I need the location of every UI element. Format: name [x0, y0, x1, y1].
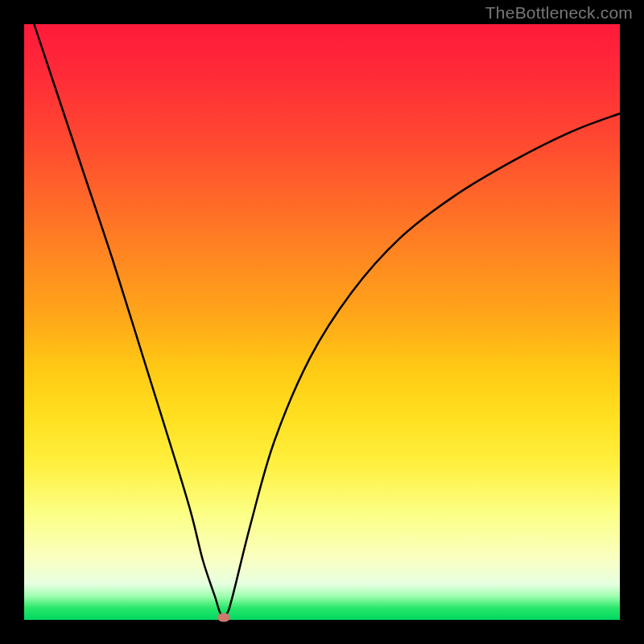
plot-area — [24, 24, 620, 620]
chart-frame: TheBottleneck.com — [0, 0, 644, 644]
minimum-marker — [217, 613, 230, 622]
bottleneck-curve — [24, 0, 620, 616]
watermark-text: TheBottleneck.com — [485, 3, 633, 23]
curve-svg — [24, 24, 620, 620]
